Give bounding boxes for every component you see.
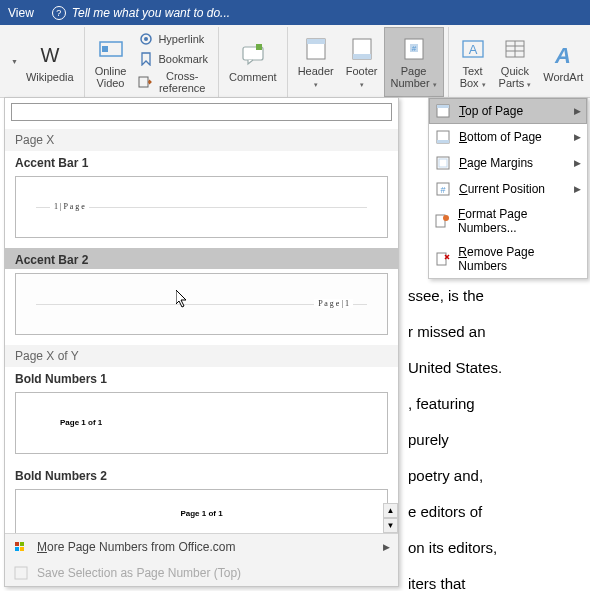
wikipedia-label: Wikipedia [26,71,74,83]
quick-parts-button[interactable]: Quick Parts ▾ [493,27,538,97]
svg-rect-23 [437,105,449,108]
svg-text:#: # [411,44,416,53]
quickparts-icon [501,35,529,63]
menu-current-position[interactable]: # Current Position ▶ [429,176,587,202]
format-icon [435,213,450,229]
menu-top-of-page[interactable]: Top of Page ▶ [429,98,587,124]
doc-line: e editors of [408,494,582,530]
accent2-sample: P a g e | 1 [314,299,353,308]
dropdown-split[interactable]: ▼ [8,27,20,97]
quickparts-label: Quick Parts ▾ [499,65,532,89]
view-tab[interactable]: View [8,6,34,20]
svg-rect-2 [102,46,108,52]
chevron-right-icon: ▶ [574,158,581,168]
wikipedia-icon: W [36,41,64,69]
bold2-sample: Page 1 of 1 [180,509,222,518]
wikipedia-button[interactable]: W Wikipedia [20,27,80,97]
gallery-search[interactable] [11,102,392,121]
gallery-category-pagex: Page X [5,129,398,151]
save-icon [13,565,29,581]
bottom-icon [435,129,451,145]
crossref-label: Cross-reference [156,70,208,94]
page-number-button[interactable]: # Page Number ▾ [384,27,444,97]
gallery-save-label: Save Selection as Page Number (Top) [37,566,241,580]
menu-format-label: Format Page Numbers... [458,207,581,235]
header-button[interactable]: Header ▾ [292,27,340,97]
header-icon [302,35,330,63]
svg-text:W: W [40,44,59,66]
svg-rect-11 [353,54,371,59]
text-box-button[interactable]: A Text Box ▾ [453,27,493,97]
accent1-sample: 1 | P a g e [50,202,89,211]
gallery-search-input[interactable] [11,103,392,121]
footer-button[interactable]: Footer ▾ [340,27,384,97]
menu-bottom-of-page[interactable]: Bottom of Page ▶ [429,124,587,150]
chevron-right-icon: ▶ [574,184,581,194]
bookmark-button[interactable]: Bookmark [134,49,212,69]
doc-line: on its editors, [408,530,582,566]
gallery-item-bold1-label: Bold Numbers 1 [5,367,398,388]
wordart-button[interactable]: A WordArt [537,27,589,97]
scroll-up[interactable]: ▲ [383,503,398,518]
svg-text:A: A [468,42,477,57]
page-number-label: Page Number ▾ [391,65,437,89]
doc-line: , featuring [408,386,582,422]
menu-current-label: Current Position [459,182,545,196]
remove-icon [435,251,450,267]
hyperlink-button[interactable]: Hyperlink [134,29,212,49]
svg-point-31 [443,215,449,221]
chevron-right-icon: ▶ [383,542,390,552]
scroll-down[interactable]: ▼ [383,518,398,533]
doc-line: ssee, is the [408,278,582,314]
menu-page-margins[interactable]: Page Margins ▶ [429,150,587,176]
chevron-right-icon: ▶ [574,106,581,116]
online-video-label: Online Video [95,65,127,89]
bulb-icon: ? [52,6,66,20]
svg-rect-32 [437,253,446,265]
svg-rect-25 [437,140,449,143]
menu-top-label: Top of Page [459,104,523,118]
page-number-menu: Top of Page ▶ Bottom of Page ▶ Page Marg… [428,97,588,279]
tell-me-input[interactable]: Tell me what you want to do... [72,6,230,20]
current-icon: # [435,181,451,197]
menu-remove-page-numbers[interactable]: Remove Page Numbers [429,240,587,278]
doc-line: United States. [408,350,582,386]
video-icon [97,35,125,63]
gallery-item-bold1-preview[interactable]: Page 1 of 1 [15,392,388,454]
comment-button[interactable]: Comment [223,27,283,97]
footer-label: Footer ▾ [346,65,378,89]
gallery-item-accent1-preview[interactable]: 1 | P a g e [15,176,388,238]
svg-rect-35 [15,547,19,551]
comment-icon [239,41,267,69]
svg-text:A: A [554,43,571,67]
online-video-button[interactable]: Online Video [89,27,133,97]
doc-line: purely [408,422,582,458]
gallery-more-office[interactable]: More Page Numbers from Office.com ▶ [5,534,398,560]
wordart-label: WordArt [543,71,583,83]
doc-line: r missed an [408,314,582,350]
crossref-icon [138,74,152,90]
margins-icon [435,155,451,171]
svg-rect-7 [256,44,262,50]
svg-rect-33 [15,542,19,546]
gallery-item-accent2-preview[interactable]: P a g e | 1 [15,273,388,335]
svg-point-4 [144,37,148,41]
page-number-icon: # [400,35,428,63]
gallery-item-accent1-label: Accent Bar 1 [5,151,398,172]
hyperlink-icon [138,31,154,47]
gallery-save-selection: Save Selection as Page Number (Top) [5,560,398,586]
footer-icon [348,35,376,63]
chevron-right-icon: ▶ [574,132,581,142]
menu-margins-label: Page Margins [459,156,533,170]
svg-text:#: # [440,185,445,195]
hyperlink-label: Hyperlink [158,33,204,45]
gallery-item-bold2-preview[interactable]: Page 1 of 1 [15,489,388,533]
doc-line: iters that [408,566,582,591]
header-label: Header ▾ [298,65,334,89]
menu-format-page-numbers[interactable]: Format Page Numbers... [429,202,587,240]
cross-reference-button[interactable]: Cross-reference [134,69,212,95]
title-bar: View ? Tell me what you want to do... [0,0,590,25]
bookmark-icon [138,51,154,67]
gallery-more-label: More Page Numbers from Office.com [37,540,236,554]
menu-bottom-label: Bottom of Page [459,130,542,144]
